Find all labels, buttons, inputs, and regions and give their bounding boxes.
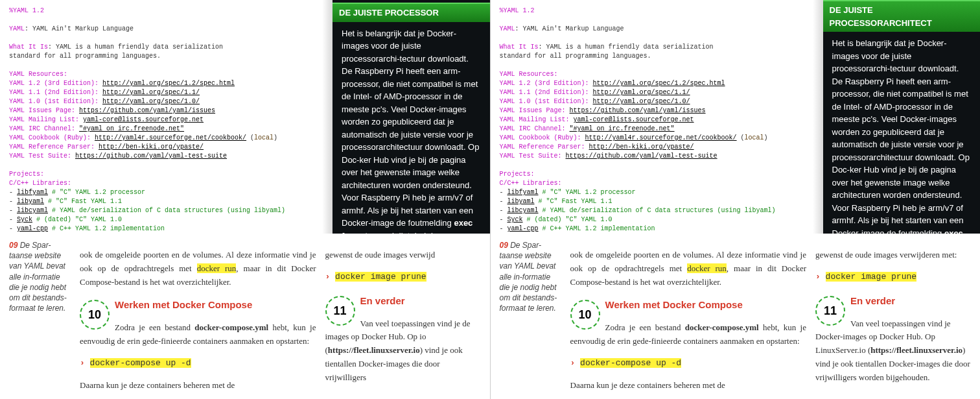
rrpara: Van veel toepassingen vind je Docker-ima… [815,317,971,385]
rlink-cookbook[interactable]: http://yaml4r.sourceforge.net/cookbook/ [585,134,737,141]
link-mail[interactable]: yaml-core@lists.sourceforge.net [83,116,204,123]
t-p2a: - [9,198,17,205]
para1: ook de omgeleide poorten en de volumes. … [80,248,316,289]
t-p5c: # C++ YAML 1.2 implementation [48,225,165,232]
rt-r1a: YAML 1.2 (3rd Edition): [500,80,593,87]
sidebar-box: DE JUISTE PROCESSOR Het is belangrijk da… [332,0,490,234]
prompt-icon: › [80,358,90,368]
rlink-syck[interactable]: Syck [508,216,523,223]
rt-cpp: C/C++ Libraries: [500,180,562,187]
t-r2a: YAML 1.1 (2nd Edition): [9,89,102,96]
cmd1-text-r: docker-compose up -d [580,358,681,368]
t-p3a: - [9,207,17,214]
rlink-yaml10[interactable]: http://yaml.org/spec/1.0/ [593,98,690,105]
rhl-docker-run: docker run [687,263,727,273]
p2b: docker-compose.yml [194,322,268,332]
link-yaml10[interactable]: http://yaml.org/spec/1.0/ [102,98,200,105]
rt-r7e: ) [764,134,768,141]
link-yaml12[interactable]: http://yaml.org/spec/1.2/spec.html [102,80,235,87]
link-libyaml[interactable]: libyaml [17,198,44,205]
rlink-irc[interactable]: "#yaml on irc.freenode.net" [570,125,675,132]
rlink-yaml11[interactable]: http://yaml.org/spec/1.1/ [593,89,690,96]
rlink-yaml12[interactable]: http://yaml.org/spec/1.2/spec.html [593,80,725,87]
rsb-a: Het is belangrijk dat je Docker-images v… [832,38,970,234]
sidebar-title-r: DE JUISTE PROCESSORARCHITECT [823,0,981,32]
link-libfyaml[interactable]: libfyaml [17,189,48,196]
t-l2b: : YAML Ain't Markup Language [25,25,134,32]
rrp-b: https://fleet.linuxserver.io [870,345,962,355]
link-parser[interactable]: http://ben-kiki.org/ypaste/ [99,143,204,151]
top-row-r: %YAML 1.2 YAML: YAML Ain't Markup Langua… [491,0,981,234]
link-issues[interactable]: https://github.com/yaml/yaml/issues [79,107,215,114]
rt-p2a: - [500,198,508,205]
t-l1: %YAML 1.2 [9,7,44,14]
t-p4a: - [9,216,17,223]
rt-r8a: YAML Reference Parser: [500,143,589,151]
t-r8a: YAML Reference Parser: [9,143,99,151]
link-yamlcpp[interactable]: yaml-cpp [17,225,48,232]
t-l3c: standard for all programming languages. [9,53,161,60]
rlink-yamlcpp[interactable]: yaml-cpp [508,225,539,232]
link-local[interactable]: local [254,134,274,141]
rlink-libcyaml[interactable]: libcyaml [508,207,539,214]
yaml-terminal: %YAML 1.2 YAML: YAML Ain't Markup Langua… [0,0,332,234]
t-l3b: : YAML is a human friendly data serializ… [48,43,223,51]
right-half: %YAML 1.2 YAML: YAML Ain't Markup Langua… [491,0,981,399]
rt-r6a: YAML IRC Channel: [500,125,570,132]
cmd-prune-r: › docker image prune [815,271,971,284]
rlink-libyaml[interactable]: libyaml [508,198,535,205]
rt-r2a: YAML 1.1 (2nd Edition): [500,89,593,96]
rlink-test[interactable]: https://github.com/yaml/yaml-test-suite [566,152,718,160]
rlink-parser[interactable]: http://ben-kiki.org/ypaste/ [589,143,694,151]
badge-10-r: 10 [570,300,600,330]
t-res: YAML Resources: [9,71,67,78]
rlink-issues[interactable]: https://github.com/yaml/yaml/issues [570,107,706,114]
hl-docker-run: docker run [197,263,237,273]
badge-11-r: 11 [815,296,845,326]
p2a: Zodra je een bestand [115,322,194,332]
cmd-compose-up: › docker-compose up -d [80,357,316,370]
figure-caption: 09 De Spar-taanse website van YAML bevat… [9,240,71,399]
rlink-libfyaml[interactable]: libfyaml [508,189,539,196]
rt-p3a: - [500,207,508,214]
t-p3c: # YAML de/serialization of C data struct… [48,207,285,214]
t-l3a: What It Is [9,43,48,51]
t-p5a: - [9,225,17,232]
sidebar-box-r: DE JUISTE PROCESSORARCHITECT Het is bela… [823,0,981,234]
badge-11: 11 [325,296,355,326]
cmd-prune: › docker image prune [325,271,481,284]
t-r7e: ) [274,134,277,141]
right-article-col-r: gewenst de oude images verwijderen met: … [815,240,971,399]
link-irc[interactable]: "#yaml on irc.freenode.net" [79,125,184,132]
t-p1a: - [9,189,17,196]
rt-r7c: ( [737,134,745,141]
cmd-compose-up-r: › docker-compose up -d [570,357,807,370]
h11-text: En verder [360,295,405,306]
rlink-mail[interactable]: yaml-core@lists.sourceforge.net [574,116,694,123]
rt-r7a: YAML Cookbook (Ruby): [500,134,585,141]
rt-p4c: # (dated) "C" YAML 1.0 [523,216,612,223]
prompt2-icon: › [325,272,336,282]
heading-11: 11En verder [325,293,481,309]
t-proj: Projects: [9,171,44,178]
sidebar-body-r: Het is belangrijk dat je Docker-images v… [832,37,972,234]
rpara1: ook de omgeleide poorten en de volumes. … [570,248,807,289]
link-test[interactable]: https://github.com/yaml/yaml-test-suite [75,152,227,160]
h10-text: Werken met Docker Compose [115,299,252,310]
link-syck[interactable]: Syck [17,216,32,223]
rt-l3a: What It Is [500,43,539,51]
figure-caption-r: 09 De Spar-taanse website van YAML bevat… [500,240,561,399]
h11-text-r: En verder [850,295,895,306]
rt-l2b: : YAML Ain't Markup Language [515,25,624,32]
t-r7a: YAML Cookbook (Ruby): [9,134,95,141]
heading-10-r: 10Werken met Docker Compose [570,297,807,313]
link-cookbook[interactable]: http://yaml4r.sourceforge.net/cookbook/ [95,134,246,141]
link-libcyaml[interactable]: libcyaml [17,207,48,214]
rlink-local[interactable]: local [745,134,764,141]
t-r9a: YAML Test Suite: [9,152,75,160]
caption-text-r: De Spar-taanse website van YAML bevat al… [500,241,557,313]
link-yaml11[interactable]: http://yaml.org/spec/1.1/ [102,89,200,96]
cmd2-text-r: docker image prune [826,272,916,282]
rt-p5a: - [500,225,508,232]
rt-r4a: YAML Issues Page: [500,107,570,114]
